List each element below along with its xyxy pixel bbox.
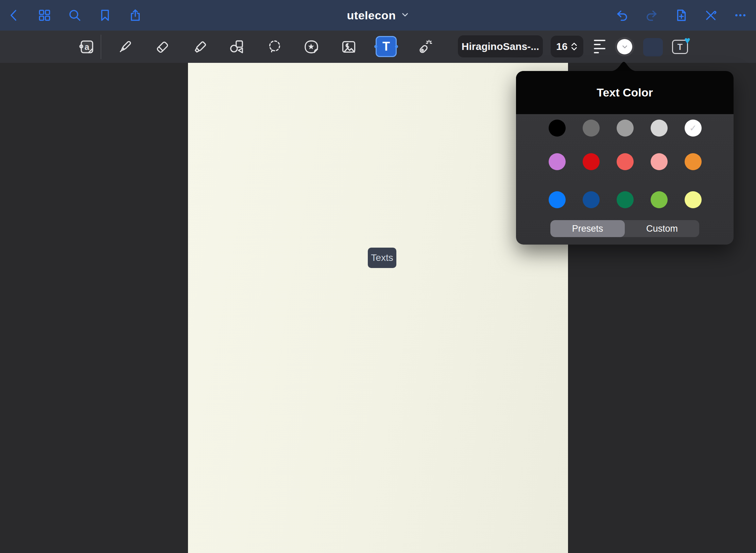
back-button[interactable] <box>7 8 22 23</box>
add-page-button[interactable] <box>674 8 689 23</box>
pen-tool-button[interactable] <box>116 37 135 56</box>
add-page-icon <box>674 8 688 22</box>
more-button[interactable] <box>733 8 748 23</box>
lasso-tool-button[interactable] <box>265 37 284 56</box>
popover-header: Text Color <box>516 71 734 114</box>
color-swatch-pink[interactable] <box>651 153 668 170</box>
eraser-tool-button[interactable] <box>153 37 172 56</box>
heart-icon: ♥ <box>684 35 690 46</box>
color-swatch-red[interactable] <box>583 153 600 170</box>
tab-presets[interactable]: Presets <box>550 220 625 237</box>
text-tool-glyph: T <box>382 39 390 54</box>
goodnotes-app: utelecon <box>0 0 756 553</box>
color-swatch-orange[interactable] <box>685 153 702 170</box>
laser-pointer-icon <box>416 38 433 55</box>
search-button[interactable] <box>67 8 82 23</box>
color-chevron-down-icon <box>622 44 628 49</box>
text-object-label: Texts <box>371 252 393 263</box>
font-size-stepper-icon <box>570 41 578 52</box>
selected-check-icon: ✓ <box>685 120 702 137</box>
shapes-tool-button[interactable] <box>227 37 246 56</box>
pen-icon <box>117 38 134 55</box>
selection-handle-left <box>374 45 377 48</box>
bookmark-icon <box>98 8 112 22</box>
color-swatch-light-gray[interactable] <box>651 120 668 137</box>
undo-button[interactable] <box>615 8 630 23</box>
presets-custom-segmented-control: Presets Custom <box>550 220 699 237</box>
color-swatch-white[interactable]: ✓ <box>685 120 702 137</box>
selection-handle-right <box>395 45 398 48</box>
thumbnails-icon <box>38 8 51 22</box>
nav-right-group <box>615 0 748 31</box>
image-icon <box>340 38 357 55</box>
highlighter-icon <box>191 38 208 55</box>
align-left-icon <box>594 40 605 41</box>
document-mode-icon: a <box>78 38 95 55</box>
font-size-value: 16 <box>556 41 567 52</box>
tab-custom-label: Custom <box>646 224 678 234</box>
color-swatch-gray[interactable] <box>617 120 634 137</box>
color-swatch-orchid[interactable] <box>549 153 566 170</box>
elements-tool-button[interactable] <box>302 37 321 56</box>
redo-button[interactable] <box>644 8 659 23</box>
notebook-page[interactable] <box>188 63 568 553</box>
svg-text:a: a <box>85 42 90 52</box>
text-color-button[interactable] <box>615 37 634 56</box>
lasso-icon <box>266 38 283 55</box>
canvas-left-margin <box>0 63 188 553</box>
laser-pointer-tool-button[interactable] <box>415 37 434 56</box>
popover-body: ✓ Presets Custom <box>516 114 734 245</box>
current-color-disc <box>617 39 632 54</box>
highlighter-tool-button[interactable] <box>190 37 209 56</box>
shapes-icon <box>228 38 245 55</box>
font-size-stepper[interactable]: 16 <box>551 36 583 57</box>
undo-icon <box>615 8 629 22</box>
color-swatch-dark-gray[interactable] <box>583 120 600 137</box>
tab-custom[interactable]: Custom <box>625 220 699 237</box>
pen-off-button[interactable] <box>703 8 718 23</box>
favorite-style-glyph: T <box>677 42 683 52</box>
title-chevron-down-icon <box>401 11 409 20</box>
color-swatch-coral[interactable] <box>617 153 634 170</box>
color-swatch-black[interactable] <box>549 120 566 137</box>
dimmed-style-button[interactable] <box>643 38 663 56</box>
color-swatch-blue[interactable] <box>549 191 566 208</box>
image-tool-button[interactable] <box>339 37 358 56</box>
share-icon <box>128 8 142 22</box>
text-color-popover: Text Color ✓ Presets Custom <box>516 71 734 245</box>
thumbnails-button[interactable] <box>37 8 52 23</box>
more-icon <box>734 8 747 22</box>
text-tool-button-selected[interactable]: T <box>376 36 397 57</box>
toolbar-divider <box>101 35 101 59</box>
color-swatch-green[interactable] <box>617 191 634 208</box>
font-family-label: HiraginoSans-... <box>462 41 539 52</box>
eraser-icon <box>154 38 171 55</box>
popover-arrow <box>609 60 638 71</box>
bookmark-button[interactable] <box>98 8 113 23</box>
search-icon <box>68 8 82 22</box>
pen-off-icon <box>704 8 718 22</box>
document-title-button[interactable]: utelecon <box>347 0 409 31</box>
share-button[interactable] <box>128 8 143 23</box>
top-navigation-bar: utelecon <box>0 0 756 31</box>
favorite-text-style-button[interactable]: T ♥ <box>672 40 688 54</box>
text-alignment-button[interactable] <box>594 40 605 54</box>
tool-bar: a <box>0 31 756 63</box>
tab-presets-label: Presets <box>572 224 603 234</box>
elements-icon <box>303 38 320 55</box>
popover-title: Text Color <box>597 86 653 99</box>
color-swatch-yellow[interactable] <box>685 191 702 208</box>
color-swatch-light-green[interactable] <box>651 191 668 208</box>
document-title: utelecon <box>347 9 396 22</box>
color-swatch-navy[interactable] <box>583 191 600 208</box>
document-mode-button[interactable]: a <box>77 37 96 56</box>
redo-icon <box>645 8 658 22</box>
back-icon <box>7 8 21 22</box>
font-family-button[interactable]: HiraginoSans-... <box>458 35 543 57</box>
text-object[interactable]: Texts <box>368 248 396 268</box>
nav-left-group <box>7 0 143 31</box>
